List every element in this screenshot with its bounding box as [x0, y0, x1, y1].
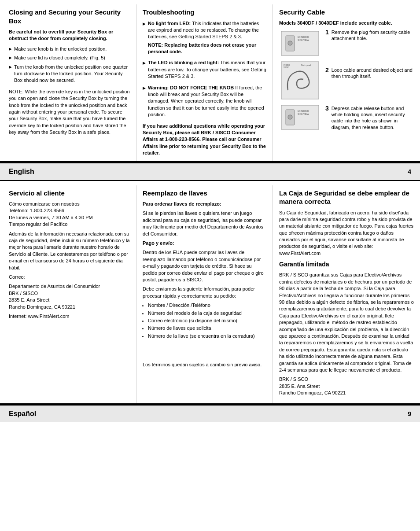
reemplazo-list: Nombre / Dirección /Teléfono Número del … [148, 302, 266, 339]
servicio-internet: Internet: www.FirstAlert.com [9, 313, 130, 320]
reemplazo-order-heading: Para ordenar llaves de reemplazo: [143, 201, 266, 207]
security-cable-title: Security Cable [279, 8, 414, 17]
cable-step-2: 2 Loop cable around desired object and t… [325, 67, 414, 80]
closing-warning: Be careful not to overfill your Security… [9, 29, 130, 42]
espanol-bar: Español 9 [0, 405, 420, 422]
caja-title: La Caja de Seguridad se debe emplear de … [279, 189, 414, 206]
reemplazo-list-item: Número del modelo de la caja de segurida… [148, 310, 266, 317]
caja-para1: Su Caja de Seguridad, fabricada en acero… [279, 210, 414, 257]
reemplazo-pago-text: Dentro de los EUA puede comprar las llav… [143, 249, 266, 283]
trouble-heading-3: Warning: DO NOT FORCE THE KNOB [148, 85, 234, 90]
cable-steps: 1 Remove the plug from security cable at… [325, 29, 414, 132]
svg-text:SIDE VIEW: SIDE VIEW [298, 113, 309, 115]
brk-address: BRK / SISCO 2835 E. Ana Street Rancho Do… [279, 376, 414, 396]
english-page-number: 4 [408, 168, 411, 175]
trouble-item-2: The LED is blinking a red light: This me… [143, 59, 266, 80]
col-caja: La Caja de Seguridad se debe emplear de … [273, 185, 420, 404]
troubleshooting-footer: If you have additional questions while o… [143, 123, 266, 157]
trouble-heading-2: The LED is blinking a red light: [148, 60, 219, 65]
espanol-page-number: 9 [408, 410, 411, 417]
col-closing: Closing and Securing your Security Box B… [0, 4, 136, 161]
step-text-1: Remove the plug from security cable atta… [332, 29, 414, 42]
reemplazo-info: Debe enviarnos la siguiente información,… [143, 286, 266, 299]
trouble-footer-text: If you have additional questions while o… [143, 123, 266, 156]
reemplazo-title: Reemplazo de llaves [143, 189, 266, 198]
col-servicio: Servicio al cliente Cómo comunicarse con… [0, 185, 136, 404]
step-num-2: 2 [325, 67, 329, 80]
espanol-bar-title: Español [9, 410, 36, 418]
svg-point-11 [288, 115, 292, 119]
closing-bullet-3: Turn the knob from the unlocked position… [9, 64, 130, 84]
closing-bullet-1: Make sure knob is in the unlocked positi… [9, 46, 130, 52]
col-security-cable: Security Cable Models 3040DF / 3040DEF i… [273, 4, 420, 161]
trouble-item-1: No light from LED: This indicates that t… [143, 20, 266, 55]
cable-diagram-1: EXTERIOR SIDE VIEW [279, 29, 321, 58]
reemplazo-pago-heading: Pago y envío: [143, 240, 266, 247]
garantia-text: BRK / SISCO garantiza sus Cajas para Efe… [279, 272, 414, 373]
svg-text:SIDE VIEW: SIDE VIEW [298, 39, 309, 41]
svg-text:EXTERIOR: EXTERIOR [298, 36, 309, 38]
cable-diagram-2: INSIDE VIEW Back panel [279, 59, 321, 101]
servicio-address: Departamento de Asuntos del Consumidor B… [9, 283, 130, 310]
servicio-correo: Correo: [9, 274, 130, 280]
reemplazo-list-item: Número de la llave (se encuentra en la c… [148, 333, 266, 339]
trouble-note-1: NOTE: Replacing batteries does not erase… [148, 42, 266, 55]
bottom-section: Servicio al cliente Cómo comunicarse con… [0, 181, 420, 405]
page-wrapper: Closing and Securing your Security Box B… [0, 0, 420, 422]
step-text-2: Loop cable around desired object and the… [332, 67, 414, 80]
svg-text:VIEW: VIEW [284, 66, 289, 69]
svg-point-2 [288, 41, 292, 45]
cable-step-1: 1 Remove the plug from security cable at… [325, 29, 414, 42]
cable-diagram-area: EXTERIOR SIDE VIEW INSIDE VIEW Back pane… [279, 29, 414, 132]
reemplazo-list-item: Número de llaves que solicita [148, 325, 266, 332]
servicio-contact: Cómo comunicarse con nosotros Teléfono: … [9, 201, 130, 228]
servicio-title: Servicio al cliente [9, 189, 130, 198]
reemplazo-footer: Los términos quedan sujetos a cambio sin… [143, 361, 266, 368]
step-text-3: Depress cable release button and while h… [332, 105, 414, 130]
reemplazo-list-item: Correo electrónico (si dispone del mismo… [148, 317, 266, 324]
step-num-1: 1 [325, 29, 329, 42]
closing-note: NOTE: While the override key is in the u… [9, 88, 130, 136]
cable-diagram-3: EXTERIOR SIDE VIEW [279, 103, 321, 132]
servicio-para2: Además de la información necesaria relac… [9, 231, 130, 271]
col-reemplazo: Reemplazo de llaves Para ordenar llaves … [136, 185, 273, 404]
reemplazo-list-item: Nombre / Dirección /Teléfono [148, 302, 266, 309]
garantia-title: Garantía limitada [279, 260, 414, 268]
col-troubleshooting: Troubleshooting No light from LED: This … [136, 4, 273, 161]
trouble-heading-1: No light from LED: [148, 21, 191, 26]
top-section: Closing and Securing your Security Box B… [0, 0, 420, 162]
closing-title: Closing and Securing your Security Box [9, 8, 130, 25]
english-bar-title: English [9, 168, 34, 176]
svg-text:EXTERIOR: EXTERIOR [298, 110, 309, 112]
security-cable-models: Models 3040DF / 3040DEF include security… [279, 20, 414, 26]
english-bar: English 4 [0, 162, 420, 181]
reemplazo-order-text: Si se le pierden las llaves o quisiera t… [143, 210, 266, 237]
svg-text:Back panel: Back panel [301, 64, 311, 66]
cable-diagrams: EXTERIOR SIDE VIEW INSIDE VIEW Back pane… [279, 29, 321, 132]
cable-step-3: 3 Depress cable release button and while… [325, 105, 414, 130]
trouble-item-3: Warning: DO NOT FORCE THE KNOB If forced… [143, 85, 266, 118]
closing-bullet-2: Make sure lid is closed completely. (Fig… [9, 55, 130, 61]
troubleshooting-title: Troubleshooting [143, 8, 266, 17]
step-num-3: 3 [325, 105, 329, 130]
